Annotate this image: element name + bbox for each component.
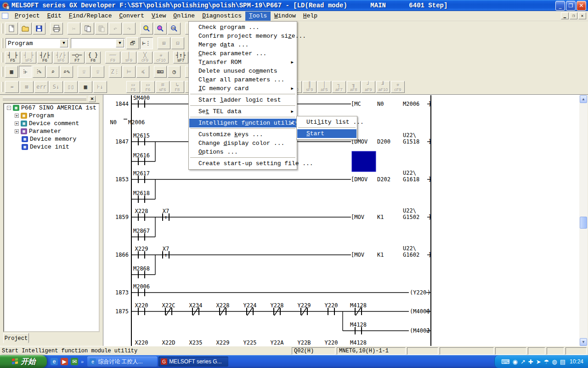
open-contact-button[interactable]: ┤ ├F5 (5, 52, 20, 63)
svg-text:[MC: [MC (351, 101, 361, 107)
device-batch-button[interactable]: ⊞⊟ (154, 66, 167, 78)
tree-item-program[interactable]: +▦Program (4, 112, 99, 120)
new-project-button[interactable] (5, 23, 18, 34)
globe-icon[interactable]: ◍ (552, 359, 557, 365)
panel-close-button[interactable]: ✕ (89, 96, 96, 102)
program-type-combo[interactable]: Program▼ (6, 38, 69, 48)
rising-pulse-button[interactable]: ┤↑├sF7 (173, 52, 188, 63)
taskbar-task-browser[interactable]: e综合讨论 工控人... (87, 356, 157, 367)
expand-icon[interactable]: + (15, 121, 19, 126)
project-tree-toggle-button[interactable]: ⊢⋮ (140, 37, 153, 49)
data-name-combo[interactable]: ▼ (71, 38, 125, 48)
menu-item-ic-memory-card[interactable]: IC memory card▶ (189, 84, 296, 93)
taskbar-task-melsoft[interactable]: GMELSOFT series G... (158, 356, 228, 367)
restore-button[interactable]: ❐ (566, 1, 576, 11)
closed-contact-button[interactable]: ┤/├F6 (37, 52, 52, 63)
menu-item-start[interactable]: Start (297, 129, 356, 138)
ladder-mode-button[interactable]: ⫶⊦ (19, 66, 32, 78)
svg-text:]: ] (428, 176, 431, 183)
menu-diagnostics[interactable]: Diagnostics (198, 12, 245, 21)
find-instruction-button[interactable] (154, 23, 167, 34)
status-panel-mnetg-10-h-1-1: MNETG,10(H)-1-1 (337, 347, 406, 355)
panel-grip[interactable] (3, 97, 86, 100)
menu-item-customize-keys[interactable]: Customize keys ... (189, 130, 296, 139)
menu-item-check-parameter[interactable]: Check parameter ... (189, 49, 296, 58)
statement-display-button: ⊟ (171, 37, 184, 49)
find-contact-button[interactable]: ⌕ (46, 66, 59, 78)
menu-find-replace[interactable]: Find/Replace (65, 12, 116, 21)
tree-item-device-comment[interactable]: +▦Device comment (4, 120, 99, 127)
antivirus-icon[interactable]: ✚ (528, 359, 533, 365)
menu-item-transfer-rom[interactable]: Transfer ROM▶ (189, 58, 296, 67)
expand-icon[interactable]: + (15, 129, 19, 133)
ladder-edit-button[interactable]: ⫶✎ (33, 66, 45, 78)
application-instruction-button[interactable]: { }F8 (85, 52, 101, 63)
menu-item-check-program[interactable]: Check program ... (189, 23, 296, 32)
project-tab[interactable]: Project (3, 333, 29, 343)
tree-item-parameter[interactable]: +▦Parameter (4, 127, 99, 135)
menu-item-utility-list[interactable]: Utility list ... (297, 118, 356, 126)
tree-item-device-memory[interactable]: ▦Device memory (4, 135, 99, 143)
find-device-button[interactable] (140, 23, 153, 34)
menu-item-confirm-project-memory-size[interactable]: Confirm project memory size... (189, 32, 296, 40)
media-player-icon[interactable]: ▶ (61, 358, 68, 365)
program-type-combo-dropdown-arrow-icon[interactable]: ▼ (60, 39, 68, 47)
quick-launch-overflow-chevron[interactable]: » (81, 359, 84, 364)
print-button[interactable] (50, 23, 63, 34)
messenger-icon[interactable]: ✉ (71, 358, 78, 365)
menu-online[interactable]: Online (170, 12, 198, 21)
menu-item-intelligent-function-utility[interactable]: Intelligent function utility▶ (189, 119, 296, 127)
app-icon (2, 2, 10, 10)
internet-explorer-icon[interactable]: e (51, 358, 58, 365)
mdi-close-button[interactable]: ✕ (578, 12, 586, 19)
minimize-button[interactable]: _ (555, 1, 565, 11)
data-name-combo-dropdown-arrow-icon[interactable]: ▼ (116, 39, 124, 47)
umbrella-icon[interactable]: ☂ (544, 359, 549, 365)
menu-item-create-start-up-setting-file[interactable]: Create start-up setting file ... (189, 159, 296, 168)
menu-item-options[interactable]: Options ... (189, 148, 296, 156)
device-test-button[interactable]: ▦ (5, 66, 18, 78)
find-coil-button[interactable]: ⌕✎ (60, 66, 73, 78)
menu-item-delete-unused-comments[interactable]: Delete unused comments (189, 67, 296, 75)
menu-window[interactable]: Window (271, 12, 300, 21)
menu-edit[interactable]: Edit (44, 12, 65, 21)
menu-project[interactable]: Project (11, 12, 44, 21)
vertical-scrollbar[interactable]: ▲ ▼ (579, 95, 588, 346)
menu-item-start-ladder-logic-test[interactable]: Start ladder logic test (189, 96, 296, 104)
start-button[interactable]: 开始 (0, 355, 47, 368)
mdi-minimize-button[interactable]: ▁ (561, 12, 569, 19)
grid-button[interactable]: ▦ (79, 81, 92, 93)
menu-item-change-display-color[interactable]: Change display color ... (189, 139, 296, 148)
svg-text:Y228: Y228 (271, 302, 284, 309)
close-button[interactable]: ✕ (577, 1, 586, 11)
scroll-down-button[interactable]: ▼ (580, 338, 587, 346)
clock-setting-button[interactable]: ◷ (168, 66, 181, 78)
language-bar-icon[interactable]: ◉ (513, 359, 518, 365)
copy-button[interactable] (81, 23, 94, 34)
pointer-arrow-icon[interactable]: ↗ (520, 359, 526, 365)
tree-item-device-init[interactable]: ▦Device init (4, 143, 99, 151)
zoom-comment-button: Z⋮ (109, 66, 122, 78)
menu-tools[interactable]: Tools (245, 12, 271, 21)
mdi-child-icon[interactable] (2, 13, 8, 19)
scroll-up-button[interactable]: ▲ (580, 95, 587, 103)
menu-item-set-tel-data[interactable]: Set TEL data▶ (189, 107, 296, 116)
expand-icon[interactable]: + (15, 114, 19, 118)
mdi-restore-button[interactable]: ❐ (570, 12, 577, 19)
coil-button[interactable]: ─○─F7 (69, 52, 85, 63)
find-string-button[interactable]: AB (168, 23, 181, 34)
menu-convert[interactable]: Convert (115, 12, 148, 21)
ime-keyboard-icon[interactable]: ⌨ (501, 359, 510, 365)
collapse-icon[interactable]: - (7, 106, 11, 110)
menu-item-clear-all-parameters[interactable]: Clear all parameters ... (189, 75, 296, 84)
scroll-thumb[interactable] (580, 217, 587, 229)
save-project-button[interactable] (33, 23, 45, 34)
network-icon[interactable]: ▤ (560, 359, 565, 365)
tree-item-p667-sino-america-1st[interactable]: -▦P667 SINO AMERICA 1st (4, 104, 99, 112)
open-project-button[interactable] (19, 23, 32, 34)
launcher-icon[interactable]: ➤ (536, 359, 541, 365)
menu-help[interactable]: Help (300, 12, 321, 21)
menu-item-merge-data[interactable]: Merge data ... (189, 40, 296, 49)
menu-view[interactable]: View (148, 12, 170, 21)
parameter-display-button[interactable]: 🗗 (126, 37, 139, 49)
